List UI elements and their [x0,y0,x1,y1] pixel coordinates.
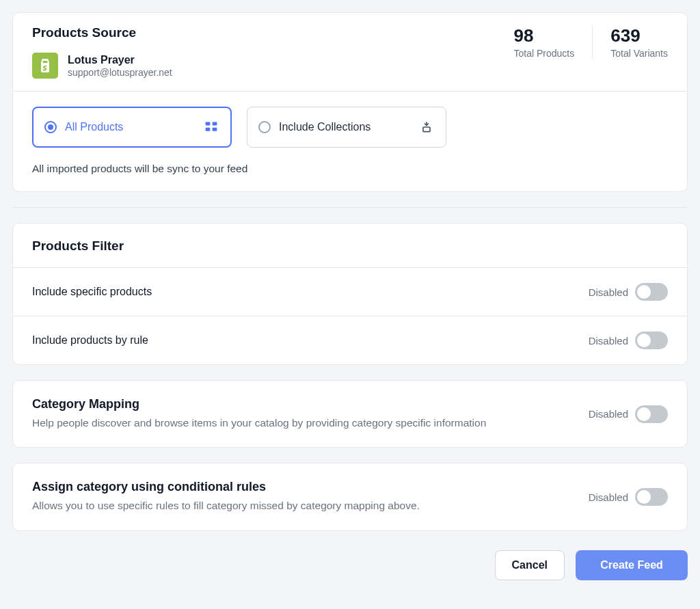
svg-rect-0 [206,122,211,126]
products-source-header: Products Source Lotus Prayer support@lot… [13,13,687,91]
option-include-collections[interactable]: Include Collections [247,107,446,148]
svg-rect-3 [213,128,217,131]
category-mapping-row: Category Mapping Help people discover an… [13,381,687,447]
filter-row-by-rule: Include products by rule Disabled [13,316,687,364]
category-mapping-card: Category Mapping Help people discover an… [12,380,688,448]
divider [12,207,688,208]
source-hint-text: All imported products will be sync to yo… [32,163,668,175]
filter-row-include-specific: Include specific products Disabled [13,267,687,316]
products-source-title: Products Source [32,25,172,40]
store-text-block: Lotus Prayer support@lotusprayer.net [68,54,172,78]
source-options: All Products Include Collections All imp… [13,91,687,191]
products-grid-icon [204,120,218,134]
toggle-by-rule[interactable] [635,331,668,349]
stat-products-label: Total Products [514,48,575,59]
stat-products-value: 98 [514,25,575,46]
category-mapping-text: Category Mapping Help people discover an… [32,397,486,431]
products-source-left: Products Source Lotus Prayer support@lot… [32,25,172,79]
radio-on-icon [44,121,57,133]
create-feed-button[interactable]: Create Feed [576,550,688,580]
stat-total-products: 98 Total Products [514,25,593,59]
toggle-state-category-mapping: Disabled [589,408,628,420]
store-email: support@lotusprayer.net [68,67,172,78]
toggle-group-category-mapping: Disabled [589,405,668,423]
cancel-button[interactable]: Cancel [495,550,565,580]
conditional-rules-row: Assign category using conditional rules … [13,463,687,530]
store-row: Lotus Prayer support@lotusprayer.net [32,53,172,79]
stat-variants-value: 639 [610,25,668,46]
toggle-state-include-specific: Disabled [589,286,628,298]
shopify-icon [32,53,58,79]
products-filter-title: Products Filter [32,239,668,254]
option-all-products-label: All Products [65,121,123,133]
products-filter-card: Products Filter Include specific product… [12,223,688,365]
products-filter-header: Products Filter [13,224,687,267]
toggle-group-by-rule: Disabled [589,331,668,349]
toggle-conditional-rules[interactable] [635,488,668,506]
stat-variants-label: Total Variants [610,48,668,59]
option-all-products[interactable]: All Products [32,107,232,148]
source-option-row: All Products Include Collections [32,107,668,148]
stat-total-variants: 639 Total Variants [610,25,668,59]
toggle-group-conditional-rules: Disabled [589,488,668,506]
svg-rect-2 [206,128,211,131]
toggle-state-by-rule: Disabled [589,335,628,347]
store-name: Lotus Prayer [68,54,172,66]
collections-icon [420,120,433,134]
category-mapping-title: Category Mapping [32,397,486,411]
products-source-card: Products Source Lotus Prayer support@lot… [12,12,688,192]
conditional-rules-text: Assign category using conditional rules … [32,480,420,513]
filter-label-include-specific: Include specific products [32,286,152,298]
stats-block: 98 Total Products 639 Total Variants [514,25,669,59]
toggle-state-conditional-rules: Disabled [589,491,628,503]
svg-rect-4 [423,127,430,132]
filter-label-by-rule: Include products by rule [32,334,148,347]
conditional-rules-desc: Allows you to use specific rules to fill… [32,498,420,513]
option-include-collections-label: Include Collections [279,121,371,133]
conditional-rules-card: Assign category using conditional rules … [12,463,688,530]
footer-actions: Cancel Create Feed [12,546,688,580]
toggle-category-mapping[interactable] [635,405,668,423]
radio-off-icon [258,121,271,133]
toggle-include-specific[interactable] [635,283,668,301]
category-mapping-desc: Help people discover and browse items in… [32,416,486,431]
toggle-group-include-specific: Disabled [589,283,668,301]
svg-rect-1 [213,122,217,126]
conditional-rules-title: Assign category using conditional rules [32,480,420,494]
